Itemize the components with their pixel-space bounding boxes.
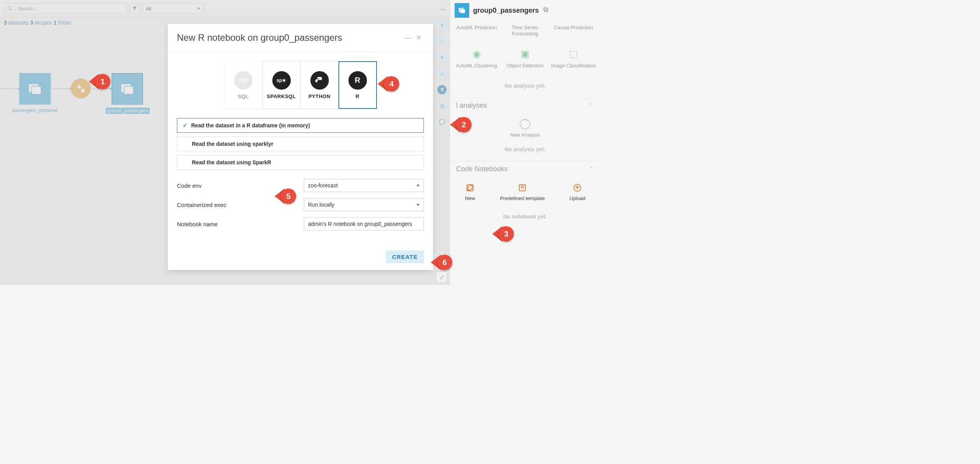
rail-history-icon[interactable]: ◷ — [437, 101, 447, 110]
upload-icon — [572, 182, 583, 193]
image-classification[interactable]: ⬚ Image Classification — [550, 47, 597, 69]
r-icon: R — [348, 71, 367, 90]
time-series-forecasting[interactable]: Time Series Forecasting — [502, 25, 548, 37]
automl-clustering[interactable]: ◉ AutoML Clustering — [453, 47, 500, 69]
create-button[interactable]: CREATE — [386, 250, 424, 263]
check-icon: ✓ — [183, 122, 187, 129]
object-detection[interactable]: ▣ Object Detection — [502, 47, 548, 69]
chevron-down-icon — [417, 185, 420, 187]
containerized-exec-select[interactable]: Run locally — [304, 198, 424, 211]
notebook-name-label: Notebook name — [177, 221, 304, 227]
code-env-select[interactable]: zoo-forecast — [304, 179, 424, 192]
chevron-up-icon: ⌃ — [589, 166, 594, 172]
copy-icon[interactable] — [543, 7, 549, 14]
code-env-label: Code env — [177, 182, 304, 189]
annotation-marker-2: 2 — [450, 117, 472, 132]
clustering-icon: ◉ — [470, 47, 483, 60]
dataset-icon — [455, 3, 469, 18]
notebook-upload-button[interactable]: Upload — [570, 182, 585, 202]
right-rail: → + i ≡ ✓ ⚗ ◷ 💬 — [434, 0, 450, 127]
lang-tile-r[interactable]: R R — [338, 61, 377, 109]
new-notebook-modal: New R notebook on group0_passengers — ✕ … — [168, 24, 433, 270]
notebook-name-input[interactable] — [304, 217, 424, 230]
rail-add-icon[interactable]: + — [437, 20, 447, 30]
rail-chat-icon[interactable]: 💬 — [437, 117, 447, 127]
rail-check-icon[interactable]: ✓ — [437, 69, 447, 78]
rail-info-icon[interactable]: i — [437, 37, 447, 46]
read-option-sparkr[interactable]: Read the dataset using SparkR — [177, 155, 424, 170]
modal-title: New R notebook on group0_passengers — [177, 32, 402, 43]
annotation-marker-3: 3 — [492, 226, 514, 242]
svg-rect-9 — [460, 9, 465, 13]
chevron-down-icon — [417, 204, 420, 206]
svg-rect-11 — [544, 8, 547, 11]
new-analysis-icon — [520, 119, 530, 130]
svg-rect-10 — [545, 8, 548, 12]
close-button[interactable]: ✕ — [413, 33, 424, 42]
no-notebook-text: No notebook yet. — [450, 207, 600, 228]
python-icon — [310, 71, 329, 90]
annotation-marker-1: 1 — [89, 74, 110, 89]
new-analysis-button[interactable]: New Analysis — [450, 113, 600, 139]
panel-header: group0_passengers — [450, 0, 600, 21]
notebook-new-button[interactable]: New — [465, 182, 475, 202]
rail-list-icon[interactable]: ≡ — [437, 53, 447, 62]
causal-prediction[interactable]: Causal Prediction — [550, 25, 597, 37]
notebook-predefined-button[interactable]: Predefined template — [500, 182, 545, 202]
rail-lab-icon[interactable]: ⚗ — [437, 85, 447, 94]
no-analysis-text: No analysis yet. — [450, 76, 600, 97]
no-analysis-text-2: No analysis yet. — [450, 139, 600, 161]
expand-rail-icon[interactable]: → — [438, 5, 445, 13]
classification-icon: ⬚ — [567, 47, 580, 60]
chevron-up-icon: ⌃ — [589, 102, 594, 108]
fullscreen-button[interactable]: ⤢ — [436, 272, 447, 282]
annotation-marker-5: 5 — [275, 189, 296, 204]
automl-prediction[interactable]: AutoML Prediction — [453, 25, 500, 37]
new-notebook-icon — [465, 182, 475, 193]
template-icon — [517, 182, 528, 193]
lang-tile-sparksql[interactable]: sp★ SPARKSQL — [262, 61, 301, 109]
panel-title: group0_passengers — [473, 7, 539, 15]
minimize-button[interactable]: — — [402, 34, 413, 42]
analyses-section-head[interactable]: l analyses ⌃ — [450, 97, 600, 113]
read-option-dataframe[interactable]: ✓ Read the dataset in a R dataframe (in … — [177, 118, 424, 133]
sparksql-icon: sp★ — [272, 71, 291, 90]
lang-tile-sql[interactable]: SQL SQL — [224, 61, 263, 109]
right-panel: group0_passengers AutoML Prediction Time… — [450, 0, 600, 285]
code-notebooks-section-head[interactable]: Code Notebooks ⌃ — [450, 161, 600, 177]
lang-tile-python[interactable]: PYTHON — [300, 61, 339, 109]
read-option-sparklyr[interactable]: Read the dataset using sparklyr — [177, 137, 424, 151]
detection-icon: ▣ — [518, 47, 532, 60]
annotation-marker-6: 6 — [431, 255, 452, 270]
annotation-marker-4: 4 — [378, 76, 399, 92]
sql-icon: SQL — [234, 71, 253, 90]
